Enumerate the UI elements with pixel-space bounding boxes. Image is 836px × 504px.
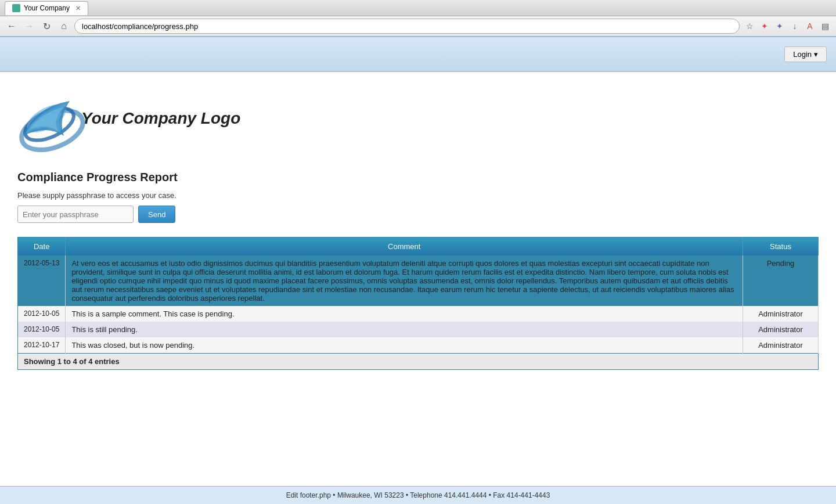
login-dropdown-icon: ▾ (814, 50, 818, 59)
forward-button[interactable]: → (22, 19, 36, 33)
tab-favicon (12, 4, 20, 12)
extension-icon-5[interactable]: ▤ (819, 20, 831, 33)
extension-icon-4[interactable]: A (803, 20, 816, 33)
home-button[interactable]: ⌂ (57, 19, 71, 33)
address-bar[interactable] (74, 19, 740, 34)
logo-graphic (17, 84, 87, 153)
data-table: Date Comment Status 2012-05-13At vero eo… (17, 237, 819, 354)
table-row: 2012-10-05This is still pending.Administ… (18, 322, 819, 337)
cell-comment: This was closed, but is now pending. (66, 337, 743, 354)
logo-text: Your Company Logo (81, 109, 240, 128)
bookmark-icon[interactable]: ☆ (743, 20, 756, 33)
cell-date: 2012-10-05 (18, 322, 66, 337)
send-button[interactable]: Send (138, 206, 175, 223)
main-content: Compliance Progress Report Please supply… (0, 165, 836, 387)
page-title: Compliance Progress Report (17, 171, 819, 184)
table-row: 2012-10-17This was closed, but is now pe… (18, 337, 819, 354)
cell-status: Administrator (743, 337, 819, 354)
cell-comment: This is still pending. (66, 322, 743, 337)
table-row: 2012-05-13At vero eos et accusamus et iu… (18, 255, 819, 306)
cell-status: Administrator (743, 306, 819, 322)
tab-close-button[interactable]: ✕ (75, 5, 81, 12)
reload-button[interactable]: ↻ (39, 19, 53, 33)
cell-status: Pending (743, 255, 819, 306)
browser-titlebar: Your Company ✕ (0, 0, 836, 16)
toolbar-icons: ☆ ✦ ✦ ↓ A ▤ (743, 20, 831, 33)
table-row: 2012-10-05This is a sample comment. This… (18, 306, 819, 322)
cell-date: 2012-10-17 (18, 337, 66, 354)
table-footer: Showing 1 to 4 of 4 entries (17, 354, 819, 370)
back-button[interactable]: ← (5, 19, 19, 33)
site-header: Login ▾ (0, 37, 836, 72)
cell-date: 2012-05-13 (18, 255, 66, 306)
passphrase-label: Please supply passphrase to access your … (17, 191, 819, 200)
cell-status: Administrator (743, 322, 819, 337)
logo-container: Your Company Logo (17, 84, 819, 153)
passphrase-input[interactable] (17, 206, 134, 223)
browser-tab[interactable]: Your Company ✕ (5, 1, 88, 15)
col-comment: Comment (66, 237, 743, 256)
cell-comment: This is a sample comment. This case is p… (66, 306, 743, 322)
login-label: Login (793, 50, 812, 59)
col-date: Date (18, 237, 66, 256)
login-button[interactable]: Login ▾ (784, 46, 827, 62)
extension-icon-3[interactable]: ↓ (788, 20, 801, 33)
logo-area: Your Company Logo (0, 72, 836, 165)
page-wrapper: Login ▾ Your Company Logo Compliance Pro… (0, 37, 836, 444)
cell-comment: At vero eos et accusamus et iusto odio d… (66, 255, 743, 306)
extension-icon-2[interactable]: ✦ (773, 20, 786, 33)
col-status: Status (743, 237, 819, 256)
tab-title: Your Company (24, 4, 70, 12)
passphrase-form: Send (17, 206, 819, 223)
cell-date: 2012-10-05 (18, 306, 66, 322)
browser-toolbar: ← → ↻ ⌂ ☆ ✦ ✦ ↓ A ▤ (0, 16, 836, 37)
extension-icon-1[interactable]: ✦ (758, 20, 771, 33)
table-header-row: Date Comment Status (18, 237, 819, 256)
